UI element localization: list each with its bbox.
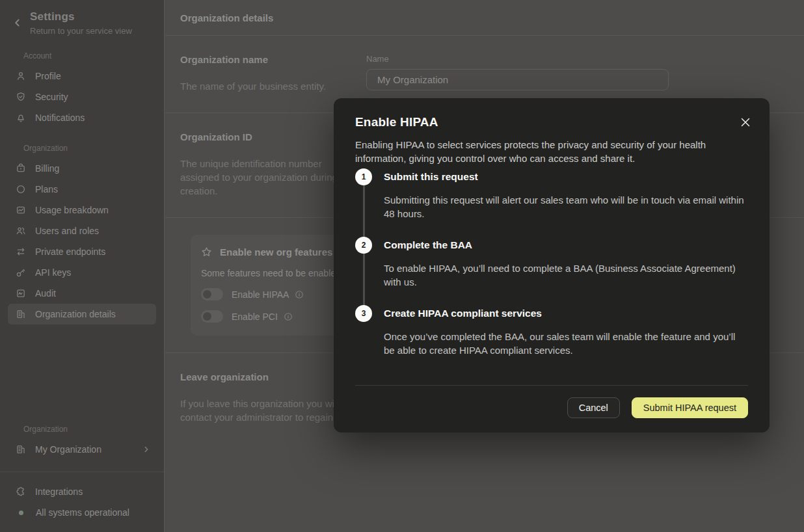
hipaa-toggle-label: Enable HIPAA [232, 289, 289, 300]
key-icon [16, 267, 26, 278]
puzzle-icon [16, 486, 26, 497]
org-name-description: The name of your business entity. [180, 79, 336, 93]
sidebar-item-label: Users and roles [35, 226, 99, 236]
step-2: 2 Complete the BAA To enable HIPAA, you’… [355, 237, 748, 289]
sidebar-subtitle: Return to your service view [30, 26, 154, 36]
chevron-left-icon [12, 17, 23, 29]
arrows-icon [16, 246, 26, 257]
page-title: Organization details [180, 12, 273, 23]
sidebar-item-label: Private endpoints [35, 246, 105, 257]
building-icon [16, 309, 26, 319]
modal-title: Enable HIPAA [355, 115, 748, 129]
sidebar-item-profile[interactable]: Profile [8, 66, 156, 86]
org-id-description: The unique identification number assigne… [180, 157, 349, 198]
sidebar-divider [0, 472, 164, 472]
sidebar-item-label: Integrations [35, 486, 83, 497]
chevron-right-icon [142, 445, 151, 454]
system-status[interactable]: All systems operational [8, 502, 156, 523]
sidebar-item-private-endpoints[interactable]: Private endpoints [8, 241, 156, 262]
sidebar-item-label: Notifications [35, 113, 85, 123]
users-icon [16, 226, 26, 236]
enable-hipaa-toggle[interactable] [201, 288, 223, 300]
name-field-label: Name [366, 54, 669, 64]
org-id-title: Organization ID [180, 131, 349, 142]
submit-hipaa-request-button[interactable]: Submit HIPAA request [632, 397, 748, 418]
page-header: Organization details [165, 0, 804, 36]
org-name-title: Organization name [180, 54, 336, 65]
org-switcher-label: My Organization [35, 444, 101, 455]
bell-icon [16, 113, 26, 123]
settings-sidebar: Settings Return to your service view Acc… [0, 0, 165, 532]
star-icon [201, 246, 212, 258]
footer-section-label: Organization [0, 425, 164, 434]
pci-toggle-label: Enable PCI [232, 312, 278, 322]
sidebar-item-billing[interactable]: Billing [8, 158, 156, 179]
features-card-title: Enable new org features [220, 246, 332, 258]
sidebar-item-integrations[interactable]: Integrations [8, 481, 156, 502]
sidebar-item-label: Audit [35, 288, 56, 299]
circle-icon [16, 184, 26, 194]
chart-icon [16, 205, 26, 215]
steps-list: 1 Submit this request Submitting this re… [355, 168, 748, 357]
modal-footer: Cancel Submit HIPAA request [355, 385, 748, 432]
sidebar-header: Settings Return to your service view [0, 0, 164, 36]
step-body: Submitting this request will alert our s… [384, 193, 748, 220]
step-number-badge: 1 [355, 168, 372, 185]
step-number-badge: 3 [355, 305, 372, 322]
info-icon[interactable] [284, 312, 293, 321]
sidebar-item-label: Plans [35, 184, 58, 194]
status-dot-icon [19, 511, 23, 515]
sidebar-item-plans[interactable]: Plans [8, 179, 156, 200]
sidebar-item-organization-details[interactable]: Organization details [8, 304, 156, 325]
sidebar-item-audit[interactable]: Audit [8, 283, 156, 304]
step-number-badge: 2 [355, 237, 372, 254]
user-icon [16, 71, 26, 81]
sidebar-item-usage-breakdown[interactable]: Usage breakdown [8, 200, 156, 220]
sidebar-item-label: Organization details [35, 309, 116, 319]
wallet-icon [16, 163, 26, 174]
sidebar-title: Settings [30, 10, 154, 23]
step-3: 3 Create HIPAA compliant services Once y… [355, 305, 748, 357]
sidebar-item-label: Profile [35, 71, 61, 81]
sidebar-item-security[interactable]: Security [8, 86, 156, 107]
sidebar-footer: Organization My Organization Integration… [0, 425, 164, 532]
sidebar-item-label: Usage breakdown [35, 205, 109, 215]
step-1: 1 Submit this request Submitting this re… [355, 168, 748, 220]
audit-icon [16, 288, 26, 299]
status-label: All systems operational [36, 507, 129, 518]
step-title: Submit this request [384, 171, 748, 183]
org-name-input[interactable] [366, 69, 669, 90]
step-title: Complete the BAA [384, 239, 748, 251]
building-icon [16, 444, 26, 455]
step-body: To enable HIPAA, you’ll need to complete… [384, 261, 748, 289]
sidebar-item-users-and-roles[interactable]: Users and roles [8, 220, 156, 241]
enable-pci-toggle[interactable] [201, 310, 223, 323]
toggle-knob [203, 312, 211, 321]
back-button[interactable] [12, 17, 23, 29]
enable-hipaa-modal: Enable HIPAA Enabling HIPAA to select se… [334, 98, 770, 432]
section-label-organization: Organization [0, 144, 164, 153]
close-icon [741, 118, 750, 127]
sidebar-item-api-keys[interactable]: API keys [8, 262, 156, 283]
sidebar-item-label: Security [35, 92, 68, 102]
modal-description: Enabling HIPAA to select services protec… [355, 138, 748, 165]
sidebar-item-label: API keys [35, 267, 71, 278]
sidebar-item-notifications[interactable]: Notifications [8, 107, 156, 128]
section-label-account: Account [0, 51, 164, 60]
info-icon[interactable] [295, 290, 304, 299]
org-switcher[interactable]: My Organization [8, 439, 156, 460]
shield-icon [16, 92, 26, 102]
toggle-knob [203, 290, 211, 299]
sidebar-item-label: Billing [35, 163, 59, 174]
step-body: Once you’ve completed the BAA, our sales… [384, 330, 748, 357]
step-title: Create HIPAA compliant services [384, 308, 748, 319]
cancel-button[interactable]: Cancel [567, 397, 620, 418]
close-button[interactable] [738, 115, 753, 129]
